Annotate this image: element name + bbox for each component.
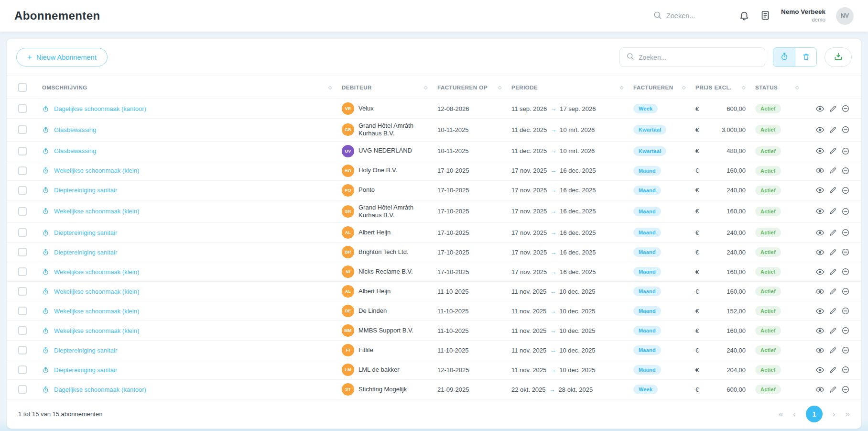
logbook-button[interactable] [760,10,770,22]
sort-icon[interactable]: ◇ [328,85,332,90]
col-header-factureren-op[interactable]: FACTUREREN OP [437,85,488,90]
deactivate-button[interactable] [841,147,850,155]
col-header-omschrijving[interactable]: OMSCHRIJVING [42,85,87,90]
deactivate-button[interactable] [841,267,850,276]
table-row[interactable]: Dagelijkse schoonmaak (kantoor) VE Velux… [7,99,861,119]
subscription-link[interactable]: Wekelijkse schoonmaak (klein) [54,288,139,295]
row-checkbox[interactable] [18,267,27,276]
view-button[interactable] [815,326,825,335]
filter-active-subscriptions-button[interactable] [773,48,795,66]
table-row[interactable]: Wekelijkse schoonmaak (klein) DE De Lind… [7,301,861,321]
global-search-input[interactable] [666,12,728,20]
edit-button[interactable] [829,307,837,315]
table-row[interactable]: Glasbewassing UV UVG NEDERLAND 10-11-202… [7,141,861,161]
row-checkbox[interactable] [18,307,27,315]
table-search-input[interactable] [639,54,759,61]
deactivate-button[interactable] [841,207,850,216]
sort-icon[interactable]: ◇ [742,85,746,90]
view-button[interactable] [815,186,825,195]
col-header-factureren[interactable]: FACTUREREN [633,85,673,90]
deactivate-button[interactable] [841,365,850,374]
row-checkbox[interactable] [18,326,27,335]
edit-button[interactable] [829,229,837,237]
subscription-link[interactable]: Wekelijkse schoonmaak (klein) [54,167,139,174]
global-search[interactable] [653,11,728,22]
view-button[interactable] [815,307,825,316]
view-button[interactable] [815,146,825,155]
deactivate-button[interactable] [841,186,850,195]
pagination-last-button[interactable]: » [846,409,850,419]
deactivate-button[interactable] [841,287,850,296]
deactivate-button[interactable] [841,307,850,315]
table-row[interactable]: Wekelijkse schoonmaak (klein) MM MMBS Su… [7,321,861,341]
view-button[interactable] [815,267,825,276]
edit-button[interactable] [829,126,837,134]
deactivate-button[interactable] [841,248,850,256]
edit-button[interactable] [829,346,837,354]
subscription-link[interactable]: Glasbewassing [54,126,96,133]
new-subscription-button[interactable]: + Nieuw Abonnement [16,48,108,66]
edit-button[interactable] [829,327,837,335]
row-checkbox[interactable] [18,166,27,175]
pagination-next-button[interactable]: › [833,409,835,419]
filter-deleted-subscriptions-button[interactable] [795,48,816,66]
edit-button[interactable] [829,207,837,215]
sort-icon[interactable]: ◇ [682,85,686,90]
subscription-link[interactable]: Dieptereiniging sanitair [54,229,117,236]
view-button[interactable] [815,248,825,257]
table-row[interactable]: Dieptereiniging sanitair FI Fitlife 11-1… [7,341,861,360]
row-checkbox[interactable] [18,385,27,394]
subscription-link[interactable]: Dieptereiniging sanitair [54,347,117,354]
subscription-link[interactable]: Glasbewassing [54,147,96,155]
view-button[interactable] [815,385,825,394]
table-row[interactable]: Wekelijkse schoonmaak (klein) GR Grand H… [7,200,861,223]
sort-icon[interactable]: ◇ [424,85,428,90]
edit-button[interactable] [829,287,837,296]
row-checkbox[interactable] [18,287,27,296]
table-row[interactable]: Dieptereiniging sanitair LM LML de bakke… [7,360,861,380]
row-checkbox[interactable] [18,147,27,155]
table-row[interactable]: Wekelijkse schoonmaak (klein) AL Albert … [7,282,861,301]
table-row[interactable]: Wekelijkse schoonmaak (klein) NI Nicks R… [7,262,861,282]
deactivate-button[interactable] [841,166,850,175]
subscription-link[interactable]: Dieptereiniging sanitair [54,249,117,256]
subscription-link[interactable]: Wekelijkse schoonmaak (klein) [54,208,139,215]
subscription-link[interactable]: Dieptereiniging sanitair [54,366,117,374]
subscription-link[interactable]: Wekelijkse schoonmaak (klein) [54,268,139,276]
sort-icon[interactable]: ◇ [498,85,502,90]
view-button[interactable] [815,365,825,375]
table-row[interactable]: Dieptereiniging sanitair BR Brighton Tec… [7,243,861,262]
view-button[interactable] [815,104,825,113]
row-checkbox[interactable] [18,125,27,134]
subscription-link[interactable]: Dagelijkse schoonmaak (kantoor) [54,386,146,393]
select-all-checkbox[interactable] [18,83,27,92]
view-button[interactable] [815,346,825,355]
subscription-link[interactable]: Dagelijkse schoonmaak (kantoor) [54,105,146,112]
deactivate-button[interactable] [841,346,850,354]
table-row[interactable]: Wekelijkse schoonmaak (klein) HO Holy On… [7,161,861,180]
sort-icon[interactable]: ◇ [795,85,799,90]
edit-button[interactable] [829,386,837,394]
col-header-status[interactable]: STATUS [755,85,778,90]
subscription-link[interactable]: Wekelijkse schoonmaak (klein) [54,327,139,334]
pagination-prev-button[interactable]: ‹ [793,409,796,419]
notifications-button[interactable] [739,10,749,22]
view-button[interactable] [815,287,825,296]
row-checkbox[interactable] [18,104,27,113]
table-row[interactable]: Dieptereiniging sanitair PO Ponto 17-10-… [7,180,861,200]
subscription-link[interactable]: Dieptereiniging sanitair [54,187,117,194]
deactivate-button[interactable] [841,104,850,113]
row-checkbox[interactable] [18,228,27,237]
avatar[interactable]: NV [836,7,854,25]
table-search[interactable] [619,47,765,67]
row-checkbox[interactable] [18,186,27,195]
pagination-first-button[interactable]: « [779,409,783,419]
edit-button[interactable] [829,105,837,113]
edit-button[interactable] [829,248,837,256]
table-row[interactable]: Dagelijkse schoonmaak (kantoor) ST Stich… [7,380,861,399]
edit-button[interactable] [829,186,837,194]
deactivate-button[interactable] [841,125,850,134]
edit-button[interactable] [829,147,837,155]
subscription-link[interactable]: Wekelijkse schoonmaak (klein) [54,308,139,315]
deactivate-button[interactable] [841,228,850,237]
